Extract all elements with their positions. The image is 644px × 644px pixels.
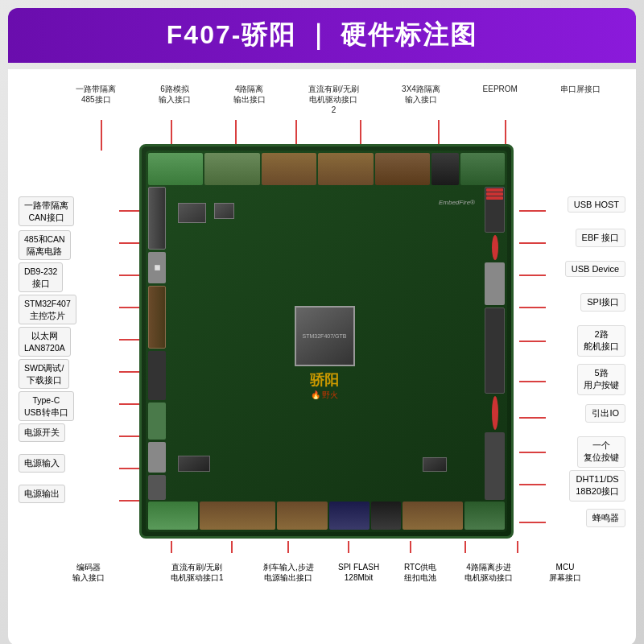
top-label-eeprom: EEPROM: [481, 82, 520, 117]
left-label-can: 一路带隔离CAN接口: [19, 196, 74, 226]
top-label-3x4iso: 3X4路隔离输入接口: [399, 82, 443, 117]
right-label-reset: 一个复位按键: [577, 436, 625, 468]
right-label-spi: SPI接口: [580, 293, 625, 312]
title-bar: F407-骄阳 ｜ 硬件标注图: [8, 8, 636, 63]
right-label-ebf: EBF 接口: [576, 229, 625, 247]
right-label-servo: 2路舵机接口: [577, 325, 625, 357]
bottom-label-motor1: 直流有刷/无刷电机驱动接口1: [167, 560, 227, 584]
pcb-inner: ⬜: [146, 151, 507, 532]
top-labels-row: 一路带隔离485接口 6路模拟输入接口 4路隔离输出接口 直流有刷/无刷电机驱动…: [55, 82, 621, 117]
top-label-4iso-out: 4路隔离输出接口: [231, 82, 268, 117]
bottom-label-mcu-screen: MCU屏幕接口: [546, 560, 584, 584]
bottom-label-spi-flash: SPI FLASH128Mbit: [335, 560, 382, 584]
left-label-power-in: 电源输入: [19, 454, 65, 473]
page-container: F407-骄阳 ｜ 硬件标注图: [0, 0, 644, 644]
bottom-label-brake: 刹车输入,步进电源输出接口: [260, 560, 317, 584]
pcb-board: ⬜: [139, 144, 514, 539]
right-label-buzzer: 蜂鸣器: [586, 509, 625, 527]
page-title: F407-骄阳 ｜ 硬件标注图: [24, 18, 620, 53]
left-label-mcu: STM32F407主控芯片: [19, 295, 76, 324]
left-label-can-isolation: 485和CAN隔离电路: [19, 230, 71, 260]
left-label-power-out: 电源输出: [19, 485, 65, 503]
left-label-swd: SWD调试/下载接口: [19, 359, 69, 389]
right-label-usb-device: USB Device: [565, 261, 625, 277]
right-label-usb-host: USB HOST: [568, 196, 625, 213]
top-label-485: 一路带隔离485接口: [73, 82, 118, 117]
left-label-db9: DB9-232接口: [19, 262, 63, 292]
top-label-motor2: 直流有刷/无刷电机驱动接口2: [305, 82, 361, 117]
left-label-eth: 以太网LAN8720A: [19, 327, 71, 357]
main-content: 一路带隔离485接口 6路模拟输入接口 4路隔离输出接口 直流有刷/无刷电机驱动…: [8, 69, 636, 644]
right-label-btn: 5路用户按键: [577, 364, 625, 395]
diagram-wrapper: 一路带隔离485接口 6路模拟输入接口 4路隔离输出接口 直流有刷/无刷电机驱动…: [14, 76, 630, 639]
left-label-power-sw: 电源开关: [19, 423, 65, 442]
top-label-serial-screen: 串口屏接口: [558, 82, 603, 117]
bottom-label-stepper: 4路隔离步进电机驱动接口: [461, 560, 516, 584]
top-label-analog: 6路模拟输入接口: [156, 82, 193, 117]
right-label-dht11: DHT11/DS18B20接口: [569, 470, 625, 502]
left-label-typec: Type-CUSB转串口: [19, 391, 74, 421]
bottom-label-encoder: 编码器输入接口: [69, 560, 108, 584]
right-label-io: 引出IO: [585, 404, 625, 423]
bottom-label-rtc: RTC供电纽扣电池: [401, 560, 440, 584]
